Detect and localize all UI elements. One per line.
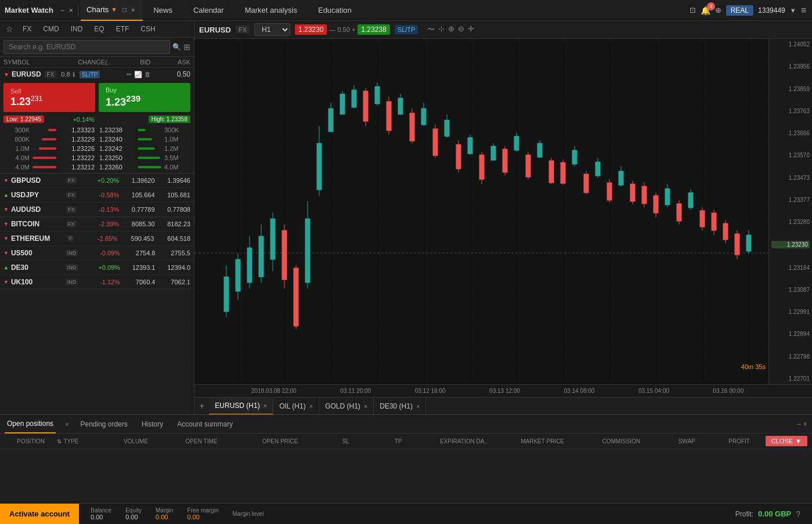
svg-rect-1 [194,39,812,384]
chart-tab-oil-close[interactable]: × [309,403,313,410]
list-item[interactable]: ▼ ETHEREUMF -2.65% 590.453 604.518 [0,232,194,246]
list-item[interactable]: ▼ GBPUSDFX +0.20% 1.39620 1.39646 [0,174,194,188]
eurusd-delete-icon[interactable]: 🗑 [145,71,151,78]
eurusd-sltp-badge[interactable]: SL/TP [80,71,100,78]
chart-tab-de30[interactable]: DE30 (H1) × [374,397,426,415]
price-tick-11: 1.23087 [771,287,810,293]
timeframe-selector[interactable]: H1 M1 M5 M15 H4 D1 [254,23,290,36]
price-tick-1: 1.24052 [771,41,810,48]
charts-tab[interactable]: Charts ▼ □ × [81,0,143,21]
list-item[interactable]: ▼ UK100IND -1.12% 7060.4 7062.1 [0,275,194,290]
eurusd-edit-icon[interactable]: ✏ [127,71,132,78]
help-icon[interactable]: ? [796,509,800,519]
chart-zoom-in-tool[interactable]: ⊕ [448,24,454,35]
list-item[interactable]: ▲ DE30IND +0.09% 12393.1 12394.0 [0,261,194,275]
chart-tab-oil[interactable]: OIL (H1) × [273,397,319,415]
col-type-header: ⇅ TYPE [57,438,109,445]
list-item[interactable]: ▼ US500IND -0.09% 2754.8 2755.5 [0,246,194,261]
bottom-panel-close-icon[interactable]: × [803,420,807,428]
list-item[interactable]: ▲ USDJPYFX -0.58% 105.664 105.681 [0,188,194,203]
chart-canvas-area[interactable]: 1.24052 1.23956 1.23859 1.23763 1.23666 … [194,39,812,384]
price-tick-3: 1.23859 [771,86,810,92]
chart-tab-eurusd-close[interactable]: × [264,402,267,409]
symbol-type-tabs: ☆ FX CMD IND EQ ETF CSH [0,21,194,38]
account-dropdown-icon[interactable]: ▼ [790,7,796,14]
cmd-tab[interactable]: CMD [38,23,63,35]
chart-tab-de30-close[interactable]: × [416,403,420,410]
eurusd-chart-icon[interactable]: 📈 [134,71,142,78]
close-all-button[interactable]: CLOSE ▼ [766,436,807,446]
col-symbol-header: SYMBOL [3,59,63,66]
price-tick-9: 1.23280 [771,219,810,225]
gbpusd-ask: 1.39646 [155,177,190,184]
col-ask-header: ASK [151,59,191,66]
margin-level-item: Margin level [232,511,264,517]
chart-zoom-out-tool[interactable]: ⊖ [458,24,464,35]
usdjpy-ask: 105.681 [155,191,190,198]
buy-button[interactable]: Buy 1.23239 [99,83,190,112]
chart-crosshair2-tool[interactable]: ✛ [468,24,474,35]
wifi-icon[interactable]: ⊕ [715,6,721,15]
eurusd-symbol-name: EURUSD [12,70,41,78]
pending-orders-tab[interactable]: Pending orders [78,415,130,433]
ob-vol-buy-3: 1.2M [164,145,190,152]
open-positions-tab[interactable]: Open positions [5,415,56,433]
chart-tab-eurusd[interactable]: EURUSD (H1) × [209,397,273,415]
de30-ask: 12394.0 [155,264,190,271]
csh-tab[interactable]: CSH [136,23,160,35]
eurusd-info-icon[interactable]: ℹ [73,71,75,78]
charts-minimize-icon[interactable]: × [129,6,137,13]
calendar-tab[interactable]: Calendar [183,0,234,21]
chart-sell-price: 1.23230 [295,24,327,35]
grid-view-icon[interactable]: ⊞ [183,42,190,52]
notification-bell[interactable]: 🔔 3 [701,6,710,15]
price-tick-15: 1.22701 [771,375,810,382]
ob-vol-sell-3: 1.0M [3,145,30,152]
activate-account-button[interactable]: Activate account [0,504,79,525]
chart-line-tool[interactable]: 〜 [427,24,435,35]
balance-label: Balance [91,507,111,514]
ob-vol-sell-2: 800K [3,136,30,143]
bottom-content: POSITION ⇅ TYPE VOLUME OPEN TIME OPEN PR… [0,433,812,503]
chart-crosshair-tool[interactable]: ⊹ [438,24,445,35]
fx-tab[interactable]: FX [18,23,36,35]
audusd-ask: 0.77808 [155,206,190,213]
history-tab[interactable]: History [139,415,165,433]
buy-price: 1.23239 [106,93,183,109]
etf-tab[interactable]: ETF [111,23,134,35]
equity-item: Equity 0.00 [125,507,142,521]
search-icon[interactable]: 🔍 [172,43,181,51]
eq-tab[interactable]: EQ [89,23,109,35]
balance-value: 0.00 [91,514,111,521]
bottom-panel-minimize-icon[interactable]: − [797,420,801,428]
chart-tab-gold[interactable]: GOLD (H1) × [319,397,374,415]
uk100-name: UK100 [11,278,64,286]
price-tick-14: 1.22798 [771,353,810,360]
minimize-icon[interactable]: − [58,6,67,15]
charts-window-icon[interactable]: □ [120,6,129,13]
close-icon[interactable]: × [67,6,75,15]
ob-bar-sell-1 [30,129,56,131]
sell-button[interactable]: Sell 1.23231 [3,83,95,112]
chart-tab-gold-close[interactable]: × [364,403,367,410]
news-tab[interactable]: News [143,0,183,21]
audusd-change: -0.13% [77,206,120,213]
ob-bar-buy-1 [138,129,164,131]
add-chart-tab-button[interactable]: + [194,401,209,411]
search-input[interactable] [3,40,170,54]
list-item[interactable]: ▼ BITCOINFX -2.39% 8085.30 8182.23 [0,217,194,232]
market-analysis-tab[interactable]: Market analysis [234,0,308,21]
col-commission-header: COMMISSION [582,438,661,445]
hamburger-menu[interactable]: ≡ [801,5,806,16]
favorites-star-icon[interactable]: ☆ [3,23,16,35]
list-item[interactable]: ▼ AUDUSDFX -0.13% 0.77789 0.77808 [0,203,194,217]
education-tab[interactable]: Education [308,0,362,21]
open-positions-close[interactable]: × [65,421,68,428]
close-btn-dropdown-icon[interactable]: ▼ [795,438,802,445]
chart-sltp-button[interactable]: SL/TP [395,25,418,34]
col-market-price-header: MARKET PRICE [503,438,582,445]
sell-label: Sell [10,88,88,95]
account-summary-tab[interactable]: Account summary [175,415,235,433]
monitor-icon[interactable]: ⊡ [690,6,696,15]
ind-tab[interactable]: IND [66,23,88,35]
